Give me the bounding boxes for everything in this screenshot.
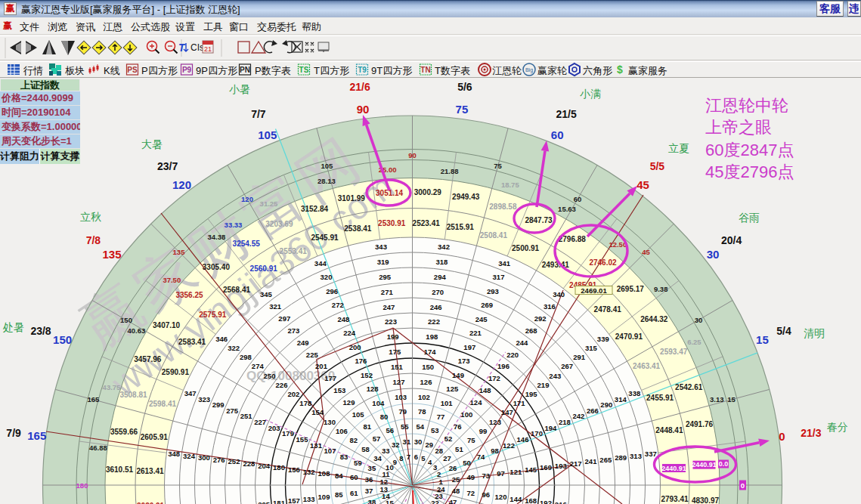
svg-text:2590.91: 2590.91 bbox=[162, 368, 190, 376]
svg-text:340: 340 bbox=[553, 290, 565, 298]
svg-text:194: 194 bbox=[544, 424, 557, 432]
svg-text:274: 274 bbox=[252, 362, 265, 370]
svg-text:106: 106 bbox=[336, 427, 348, 435]
svg-text:324: 324 bbox=[183, 452, 196, 460]
svg-text:345: 345 bbox=[260, 290, 273, 298]
svg-text:大暑: 大暑 bbox=[141, 138, 163, 150]
svg-text:2793.41: 2793.41 bbox=[661, 495, 689, 503]
svg-text:30: 30 bbox=[695, 316, 703, 324]
svg-text:348: 348 bbox=[168, 450, 180, 458]
svg-text:33.33: 33.33 bbox=[225, 221, 243, 229]
svg-text:P9: P9 bbox=[182, 66, 192, 74]
svg-text:104: 104 bbox=[372, 399, 385, 407]
svg-text:2898.58: 2898.58 bbox=[489, 203, 517, 211]
svg-text:18.75: 18.75 bbox=[501, 181, 519, 189]
svg-text:2448.41: 2448.41 bbox=[655, 426, 683, 434]
svg-text:202: 202 bbox=[287, 390, 299, 398]
svg-text:2508.41: 2508.41 bbox=[480, 231, 508, 240]
svg-text:275: 275 bbox=[226, 407, 239, 415]
svg-text:150: 150 bbox=[53, 333, 72, 346]
svg-text:175: 175 bbox=[389, 348, 401, 356]
svg-text:55: 55 bbox=[401, 422, 409, 431]
svg-text:323: 323 bbox=[198, 395, 210, 404]
svg-text:3203.69: 3203.69 bbox=[265, 220, 293, 228]
svg-text:36: 36 bbox=[365, 475, 373, 484]
svg-text:4: 4 bbox=[428, 458, 432, 466]
svg-text:2538.41: 2538.41 bbox=[344, 224, 372, 233]
svg-text:197: 197 bbox=[463, 343, 475, 351]
svg-text:23/7: 23/7 bbox=[157, 160, 178, 172]
svg-text:224: 224 bbox=[343, 329, 356, 337]
svg-text:29: 29 bbox=[425, 441, 433, 449]
svg-text:270: 270 bbox=[432, 288, 444, 296]
svg-text:2455.91: 2455.91 bbox=[646, 394, 674, 402]
svg-text:244: 244 bbox=[516, 339, 528, 347]
svg-text:2542.61: 2542.61 bbox=[675, 383, 703, 391]
svg-text:192: 192 bbox=[540, 499, 552, 504]
svg-text:6.25: 6.25 bbox=[687, 338, 701, 346]
svg-text:85: 85 bbox=[335, 490, 343, 499]
svg-text:0: 0 bbox=[779, 430, 785, 443]
svg-text:79: 79 bbox=[398, 407, 407, 416]
svg-text:125: 125 bbox=[446, 385, 459, 393]
svg-text:247: 247 bbox=[382, 303, 395, 311]
svg-text:148: 148 bbox=[479, 386, 491, 394]
svg-text:319: 319 bbox=[377, 258, 389, 266]
svg-text:9.38: 9.38 bbox=[654, 285, 668, 293]
svg-text:82: 82 bbox=[350, 436, 358, 444]
svg-text:2545.91: 2545.91 bbox=[311, 233, 339, 242]
svg-text:15.63: 15.63 bbox=[558, 205, 576, 213]
svg-text:7/7: 7/7 bbox=[251, 108, 266, 120]
svg-text:245: 245 bbox=[475, 315, 488, 323]
svg-text:293: 293 bbox=[487, 287, 499, 295]
svg-text:23/8: 23/8 bbox=[30, 325, 51, 337]
svg-text:129: 129 bbox=[343, 398, 355, 407]
svg-text:122: 122 bbox=[503, 441, 515, 450]
svg-text:21.88: 21.88 bbox=[441, 167, 459, 175]
svg-text:246: 246 bbox=[430, 303, 442, 311]
svg-text:152: 152 bbox=[361, 371, 373, 379]
svg-text:289: 289 bbox=[615, 453, 627, 462]
svg-text:2847.73: 2847.73 bbox=[525, 216, 553, 224]
svg-text:2: 2 bbox=[437, 470, 441, 478]
svg-text:84: 84 bbox=[335, 472, 343, 480]
svg-text:3508.81: 3508.81 bbox=[119, 391, 147, 399]
svg-text:225: 225 bbox=[306, 351, 319, 359]
svg-text:59: 59 bbox=[354, 459, 362, 467]
svg-text:318: 318 bbox=[435, 258, 448, 266]
svg-text:271: 271 bbox=[381, 288, 394, 296]
svg-text:120: 120 bbox=[172, 178, 191, 191]
svg-text:53: 53 bbox=[431, 426, 439, 434]
svg-text:8: 8 bbox=[399, 454, 403, 462]
svg-text:24: 24 bbox=[437, 485, 445, 493]
svg-text:150: 150 bbox=[120, 316, 132, 324]
svg-text:169: 169 bbox=[540, 463, 552, 472]
svg-text:2583.41: 2583.41 bbox=[178, 338, 206, 346]
svg-text:4830.97: 4830.97 bbox=[692, 496, 720, 504]
svg-text:294: 294 bbox=[434, 273, 447, 281]
svg-text:75: 75 bbox=[456, 103, 469, 116]
svg-text:90: 90 bbox=[408, 151, 417, 159]
svg-text:344: 344 bbox=[314, 259, 327, 267]
svg-text:20/4: 20/4 bbox=[721, 234, 742, 246]
svg-text:337: 337 bbox=[645, 450, 657, 458]
svg-text:227: 227 bbox=[254, 418, 266, 426]
svg-text:178: 178 bbox=[299, 399, 311, 407]
svg-text:181: 181 bbox=[273, 499, 286, 504]
svg-text:PS: PS bbox=[127, 66, 138, 74]
svg-text:173: 173 bbox=[458, 357, 470, 365]
svg-text:269: 269 bbox=[481, 301, 493, 309]
svg-text:341: 341 bbox=[498, 259, 511, 267]
svg-text:74: 74 bbox=[477, 453, 485, 461]
svg-text:处暑: 处暑 bbox=[2, 321, 24, 333]
svg-text:248: 248 bbox=[337, 315, 349, 323]
svg-text:7: 7 bbox=[407, 453, 410, 461]
svg-text:2746.02: 2746.02 bbox=[589, 258, 617, 267]
svg-text:37.50: 37.50 bbox=[163, 276, 181, 284]
svg-text:50: 50 bbox=[463, 459, 471, 467]
svg-text:108: 108 bbox=[318, 469, 330, 478]
svg-text:江恩轮中轮: 江恩轮中轮 bbox=[705, 96, 788, 115]
svg-text:2478.41: 2478.41 bbox=[594, 305, 622, 314]
svg-text:83: 83 bbox=[340, 453, 348, 461]
svg-text:203: 203 bbox=[268, 424, 280, 432]
